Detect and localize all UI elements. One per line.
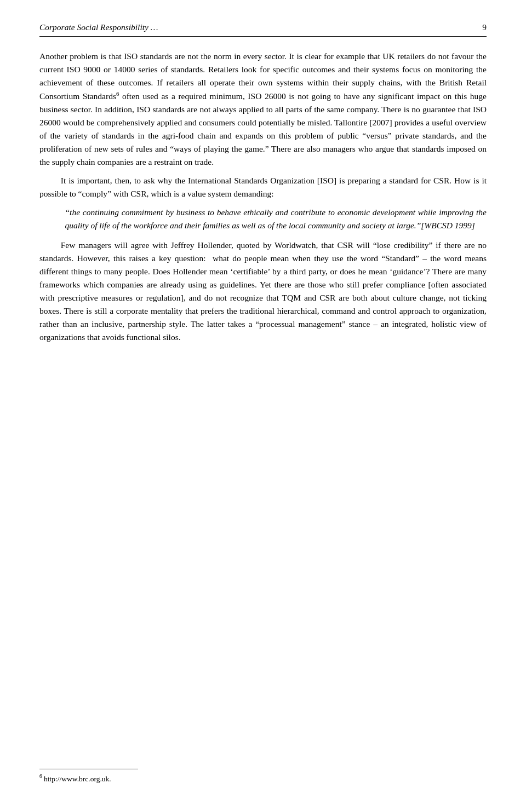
paragraph-3: Few managers will agree with Jeffrey Hol… xyxy=(39,239,487,344)
footnote-ref-6: 6 xyxy=(116,90,119,97)
paragraph-1: Another problem is that ISO standards ar… xyxy=(39,50,487,169)
footnote-divider xyxy=(39,769,138,769)
footnote-text: http://www.brc.org.uk. xyxy=(44,774,111,782)
footnote-area: 6 http://www.brc.org.uk. xyxy=(39,769,487,785)
header-title: Corporate Social Responsibility … xyxy=(39,21,158,34)
page: Corporate Social Responsibility … 9 Anot… xyxy=(0,0,526,812)
header-page-number: 9 xyxy=(482,21,487,34)
blockquote: “the continuing commitment by business t… xyxy=(65,206,487,232)
paragraph-2: It is important, then, to ask why the In… xyxy=(39,174,487,200)
body-content: Another problem is that ISO standards ar… xyxy=(39,50,487,344)
footnote-number: 6 xyxy=(39,774,42,779)
page-header: Corporate Social Responsibility … 9 xyxy=(39,21,487,37)
footnote-6: 6 http://www.brc.org.uk. xyxy=(39,773,487,785)
